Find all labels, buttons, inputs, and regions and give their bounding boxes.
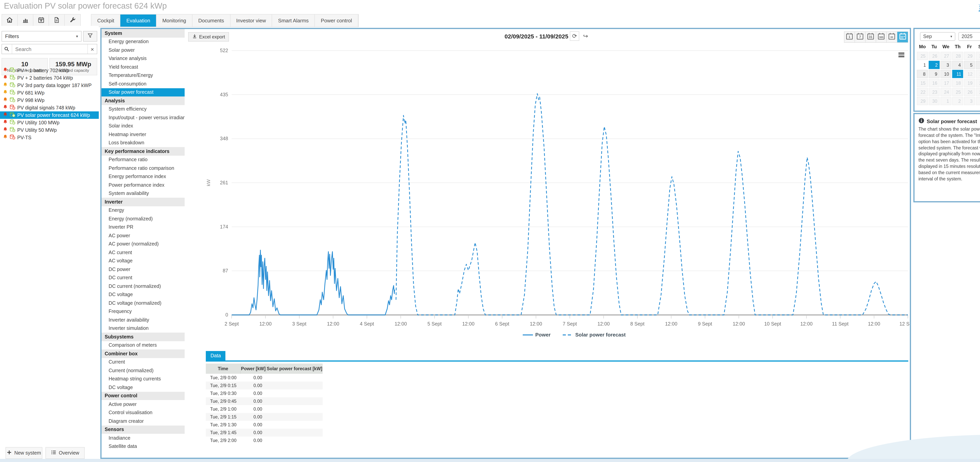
calendar-day[interactable]: 6 bbox=[976, 61, 980, 69]
nav-item-energy-generation[interactable]: Energy generation bbox=[102, 37, 185, 46]
nav-item-frequency[interactable]: Frequency bbox=[102, 307, 185, 316]
calendar-day[interactable]: 1 bbox=[917, 61, 928, 69]
nav-item-dc-voltage-normalized-[interactable]: DC voltage (normalized) bbox=[102, 299, 185, 307]
nav-item-ac-voltage[interactable]: AC voltage bbox=[102, 257, 185, 265]
nav-item-dc-voltage[interactable]: DC voltage bbox=[102, 290, 185, 299]
nav-item-active-power[interactable]: Active power bbox=[102, 400, 185, 408]
nav-item-self-consumption[interactable]: Self-consumption bbox=[102, 80, 185, 88]
preset-custom-button[interactable] bbox=[897, 32, 908, 42]
calendar-day[interactable]: 4 bbox=[952, 61, 963, 69]
excel-export-button[interactable]: Excel export bbox=[188, 32, 229, 41]
nav-item-current-normalized-[interactable]: Current (normalized) bbox=[102, 366, 185, 375]
table-cell: 0.00 bbox=[240, 421, 266, 429]
calendar-day[interactable]: 8 bbox=[917, 70, 928, 78]
nav-item-inverter-pr[interactable]: Inverter PR bbox=[102, 223, 185, 231]
toolbar-calendar-button[interactable] bbox=[33, 14, 49, 27]
tab-smart-alarms[interactable]: Smart Alarms bbox=[272, 14, 315, 27]
nav-item-power-performance-index[interactable]: Power performance index bbox=[102, 181, 185, 189]
nav-item-energy-performance-index[interactable]: Energy performance index bbox=[102, 172, 185, 181]
nav-item-energy[interactable]: Energy bbox=[102, 206, 185, 215]
tab-power-control[interactable]: Power control bbox=[315, 14, 358, 27]
nav-item-solar-power[interactable]: Solar power bbox=[102, 46, 185, 54]
system-item[interactable]: PV 3rd party data logger 187 kWP bbox=[0, 81, 99, 89]
calendar-day[interactable]: 2 bbox=[929, 61, 940, 69]
preset-365-button[interactable]: 365 bbox=[876, 32, 887, 42]
nav-item-system-availability[interactable]: System availability bbox=[102, 189, 185, 198]
nav-item-variance-analysis[interactable]: Variance analysis bbox=[102, 54, 185, 63]
filters-dropdown[interactable]: Filters ▾ bbox=[2, 31, 81, 41]
system-item[interactable]: PV + 1 battery 702 kWp bbox=[0, 67, 99, 74]
chart-menu-icon[interactable] bbox=[899, 53, 904, 58]
system-item[interactable]: PV + 2 batteries 704 kWp bbox=[0, 74, 99, 81]
nav-item-loss-breakdown[interactable]: Loss breakdown bbox=[102, 139, 185, 147]
nav-item-heatmap-inverter[interactable]: Heatmap inverter bbox=[102, 130, 185, 139]
nav-item-current[interactable]: Current bbox=[102, 358, 185, 366]
nav-item-comparison-of-meters[interactable]: Comparison of meters bbox=[102, 341, 185, 349]
new-system-button[interactable]: New system bbox=[5, 447, 42, 459]
tab-monitoring[interactable]: Monitoring bbox=[156, 14, 192, 27]
preset-31-button[interactable]: 31 bbox=[865, 32, 876, 42]
calendar-day[interactable]: 5 bbox=[964, 61, 975, 69]
nav-item-performance-ratio[interactable]: Performance ratio bbox=[102, 156, 185, 164]
nav-item-dc-current[interactable]: DC current bbox=[102, 274, 185, 282]
overview-button[interactable]: Overview bbox=[46, 447, 85, 459]
nav-item-dc-current-normalized-[interactable]: DC current (normalized) bbox=[102, 282, 185, 290]
nav-item-input-output-power-versus-irradiance[interactable]: Input/output - power versus irradiance bbox=[102, 113, 185, 122]
tab-evaluation[interactable]: Evaluation bbox=[121, 14, 156, 27]
tab-data[interactable]: Data bbox=[206, 351, 226, 360]
system-item[interactable]: PV digital signals 748 kWp bbox=[0, 104, 99, 112]
system-item[interactable]: PV 998 kWp bbox=[0, 97, 99, 104]
nav-item-energy-normalized-[interactable]: Energy (normalized) bbox=[102, 215, 185, 223]
preset-7-button[interactable]: 7 bbox=[855, 32, 865, 42]
calendar-day[interactable]: 3 bbox=[940, 61, 951, 69]
legend-item-solar-power-forecast[interactable]: Solar power forecast bbox=[563, 332, 626, 338]
datalogger-status-icon bbox=[10, 134, 17, 141]
nav-item-dc-power[interactable]: DC power bbox=[102, 265, 185, 274]
nav-item-heatmap-string-currents[interactable]: Heatmap string currents bbox=[102, 375, 185, 383]
system-item[interactable]: PV 681 kWp bbox=[0, 89, 99, 97]
search-input[interactable] bbox=[12, 46, 88, 52]
clear-search-icon[interactable]: × bbox=[88, 44, 97, 54]
nav-item-satellite-data[interactable]: Satellite data bbox=[102, 442, 185, 451]
system-item[interactable]: PV-TS bbox=[0, 134, 99, 141]
nav-item-ac-power-normalized-[interactable]: AC power (normalized) bbox=[102, 240, 185, 248]
toolbar-wrench-button[interactable] bbox=[65, 14, 80, 27]
calendar-day: 20 bbox=[976, 79, 980, 87]
date-range-label[interactable]: 02/09/2025 - 11/09/2025 bbox=[504, 33, 568, 40]
nav-item-control-visualisation[interactable]: Control visualisation bbox=[102, 408, 185, 417]
nav-item-ac-power[interactable]: AC power bbox=[102, 231, 185, 240]
system-item[interactable]: PV Utility 50 MWp bbox=[0, 126, 99, 134]
tab-cockpit[interactable]: Cockpit bbox=[91, 14, 121, 27]
calendar-day[interactable]: 9 bbox=[929, 70, 940, 78]
refresh-icon[interactable]: ⟳ bbox=[570, 31, 579, 41]
nav-item-system-efficiency[interactable]: System efficiency bbox=[102, 105, 185, 113]
month-select[interactable]: Sep ▾ bbox=[920, 32, 955, 41]
toolbar-home-button[interactable] bbox=[2, 14, 18, 27]
nav-item-solar-index[interactable]: Solar index bbox=[102, 122, 185, 130]
nav-item-performance-ratio-comparison[interactable]: Performance ratio comparison bbox=[102, 164, 185, 172]
nav-item-ac-current[interactable]: AC current bbox=[102, 248, 185, 257]
calendar-day[interactable]: 10 bbox=[940, 70, 951, 78]
nav-item-dc-voltage[interactable]: DC voltage bbox=[102, 383, 185, 392]
nav-item-temperature-energy[interactable]: Temperature/Energy bbox=[102, 71, 185, 80]
alarm-bell-icon bbox=[3, 104, 10, 111]
filter-funnel-button[interactable] bbox=[83, 31, 97, 41]
calendar-day[interactable]: 11 bbox=[952, 70, 963, 78]
tab-documents[interactable]: Documents bbox=[192, 14, 231, 27]
nav-item-inverter-simulation[interactable]: Inverter simulation bbox=[102, 324, 185, 333]
nav-item-diagram-creator[interactable]: Diagram creator bbox=[102, 417, 185, 425]
year-select[interactable]: 2025 ▾ bbox=[958, 32, 980, 41]
nav-item-solar-power-forecast[interactable]: Solar power forecast bbox=[102, 88, 185, 97]
system-item[interactable]: PV solar power forecast 624 kWp bbox=[0, 112, 99, 119]
toolbar-bar-chart-button[interactable] bbox=[18, 14, 33, 27]
nav-item-inverter-availability[interactable]: Inverter availability bbox=[102, 316, 185, 324]
tab-investor-view[interactable]: Investor view bbox=[230, 14, 272, 27]
preset-1-button[interactable]: 1 bbox=[844, 32, 855, 42]
nav-item-yield-forecast[interactable]: Yield forecast bbox=[102, 63, 185, 71]
legend-item-power[interactable]: Power bbox=[523, 332, 550, 338]
share-icon[interactable]: ↪ bbox=[581, 31, 590, 41]
system-item[interactable]: PV Utility 100 MWp bbox=[0, 119, 99, 126]
nav-item-irradiance[interactable]: Irradiance bbox=[102, 434, 185, 442]
preset-∞-button[interactable]: ∞ bbox=[887, 32, 897, 42]
toolbar-document-button[interactable] bbox=[49, 14, 65, 27]
